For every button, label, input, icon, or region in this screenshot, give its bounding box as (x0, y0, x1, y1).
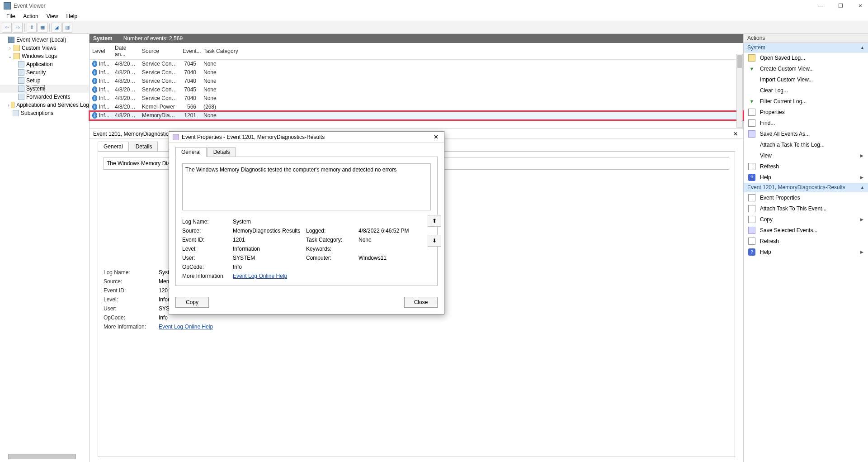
prop-value: Windows11 (359, 255, 431, 261)
maximize-button[interactable]: ❐ (836, 3, 844, 9)
dialog-tab-general[interactable]: General (175, 147, 207, 157)
titlebar: Event Viewer — ❐ ✕ (0, 0, 868, 11)
action-label: Save All Events As... (760, 131, 810, 137)
menu-file[interactable]: File (3, 12, 19, 20)
prev-event-button[interactable]: ⬆ (428, 215, 441, 227)
eventlist-scrollbar[interactable] (736, 54, 743, 128)
action-item[interactable]: Find... (744, 118, 868, 129)
up-button[interactable]: ⇧ (27, 23, 37, 33)
action-item[interactable]: Attach a Task To this Log... (744, 139, 868, 150)
eventviewer-icon (8, 37, 14, 43)
actions-section-event[interactable]: Event 1201, MemoryDiagnostics-Results ▲ (744, 183, 868, 192)
tree-log-security[interactable]: Security (0, 68, 89, 76)
event-row[interactable]: iInf...4/8/202...Service Contr...7040Non… (90, 77, 743, 86)
menu-help[interactable]: Help (63, 12, 81, 20)
tree-twisty-icon[interactable]: › (7, 103, 10, 108)
event-row[interactable]: iInf...4/8/202...MemoryDiag...1201None (90, 111, 743, 120)
prop-label: Log Name: (182, 219, 229, 225)
blank-icon (748, 76, 755, 83)
dialog-titlebar[interactable]: Event Properties - Event 1201, MemoryDia… (169, 132, 444, 143)
tree-scrollbar[interactable] (8, 454, 76, 459)
submenu-arrow-icon: ▶ (860, 153, 863, 158)
col-task[interactable]: Task Category (201, 43, 743, 60)
scrollbar-thumb[interactable] (737, 55, 742, 68)
action-item[interactable]: Clear Log... (744, 85, 868, 96)
action-item[interactable]: ▼Filter Current Log... (744, 96, 868, 107)
event-row[interactable]: iInf...4/8/202...Service Contr...7040Non… (90, 94, 743, 103)
tree-log-setup[interactable]: Setup (0, 76, 89, 85)
event-row[interactable]: iInf...4/8/202...Service Contr...7045Non… (90, 86, 743, 94)
actions-section-system[interactable]: System ▲ (744, 43, 868, 52)
action-item[interactable]: Attach Task To This Event... (744, 203, 868, 214)
cell-eventid: 7045 (180, 86, 201, 94)
col-level[interactable]: Level (90, 43, 112, 60)
action-item[interactable]: Import Custom View... (744, 74, 868, 85)
log-icon (18, 69, 24, 76)
action-item[interactable]: Properties (744, 107, 868, 118)
close-button[interactable]: ✕ (856, 3, 864, 9)
cell-source: Service Contr... (139, 94, 180, 103)
prop-label: OpCode: (104, 314, 153, 321)
action-item[interactable]: Event Properties (744, 192, 868, 203)
action-item[interactable]: ▼Create Custom View... (744, 63, 868, 74)
cell-level: Inf... (99, 104, 109, 110)
tree-log-application[interactable]: Application (0, 60, 89, 68)
prop-label: Keywords: (306, 246, 355, 252)
preview-close-button[interactable]: ✕ (731, 131, 740, 137)
tree-label: Forwarded Events (26, 94, 70, 100)
menu-action[interactable]: Action (19, 12, 42, 20)
action-item[interactable]: View▶ (744, 150, 868, 161)
event-row[interactable]: iInf...4/8/202...Service Contr...7040Non… (90, 68, 743, 77)
tree-subscriptions[interactable]: Subscriptions (0, 109, 89, 117)
action-item[interactable]: Save Selected Events... (744, 225, 868, 236)
forward-button[interactable]: ⇨ (13, 23, 23, 33)
tree-log-forwarded[interactable]: Forwarded Events (0, 93, 89, 101)
menu-view[interactable]: View (43, 12, 62, 20)
prop-value: System (233, 219, 302, 225)
prop-value: 1201 (233, 237, 302, 243)
action-item[interactable]: Save All Events As... (744, 129, 868, 139)
tree-root[interactable]: Event Viewer (Local) (0, 36, 89, 44)
col-date[interactable]: Date an... (112, 43, 139, 60)
online-help-link[interactable]: Event Log Online Help (159, 324, 213, 330)
tree-twisty-icon[interactable]: ⌄ (7, 54, 13, 59)
log-icon (18, 77, 24, 84)
action-label: Refresh (760, 238, 779, 244)
showhide-tree-button[interactable]: ▦ (38, 23, 47, 33)
online-help-link[interactable]: Event Log Online Help (233, 273, 287, 279)
event-row[interactable]: iInf...4/8/202...Kernel-Power566(268) (90, 103, 743, 111)
action-item[interactable]: Refresh (744, 236, 868, 247)
action-item[interactable]: ?Help▶ (744, 172, 868, 183)
properties-button[interactable]: ◪ (52, 23, 61, 33)
tree-custom-views[interactable]: › Custom Views (0, 44, 89, 52)
next-event-button[interactable]: ⬇ (428, 235, 441, 247)
help-icon: ? (748, 248, 755, 256)
tree-log-system[interactable]: System (0, 85, 89, 93)
event-row[interactable]: iInf...4/8/202...Service Contr...7045Non… (90, 60, 743, 68)
back-button[interactable]: ⇦ (2, 23, 12, 33)
action-item[interactable]: ?Help▶ (744, 247, 868, 257)
action-item[interactable]: Refresh (744, 161, 868, 172)
dialog-close-button[interactable]: ✕ (431, 133, 440, 140)
tree-apps-services[interactable]: › Applications and Services Log (0, 101, 89, 109)
tree-windows-logs[interactable]: ⌄ Windows Logs (0, 52, 89, 60)
copy-button[interactable]: Copy (175, 297, 209, 308)
cell-source: Service Contr... (139, 77, 180, 86)
action-label: Find... (760, 120, 775, 126)
action-item[interactable]: Copy▶ (744, 214, 868, 225)
close-button[interactable]: Close (404, 297, 438, 308)
dialog-tab-details[interactable]: Details (208, 147, 236, 157)
prop-label: More Information: (104, 324, 153, 330)
cell-eventid: 1201 (180, 111, 201, 120)
tab-details[interactable]: Details (130, 142, 158, 151)
tab-general[interactable]: General (98, 142, 129, 151)
col-source[interactable]: Source (139, 43, 180, 60)
showhide-actions-button[interactable]: ▥ (62, 23, 72, 33)
cell-level: Inf... (99, 95, 109, 101)
action-label: Open Saved Log... (760, 55, 805, 61)
tree-twisty-icon[interactable]: › (7, 46, 13, 51)
disk-icon (748, 130, 755, 138)
minimize-button[interactable]: — (816, 3, 825, 9)
col-eventid[interactable]: Event... (180, 43, 201, 60)
action-item[interactable]: Open Saved Log... (744, 52, 868, 63)
